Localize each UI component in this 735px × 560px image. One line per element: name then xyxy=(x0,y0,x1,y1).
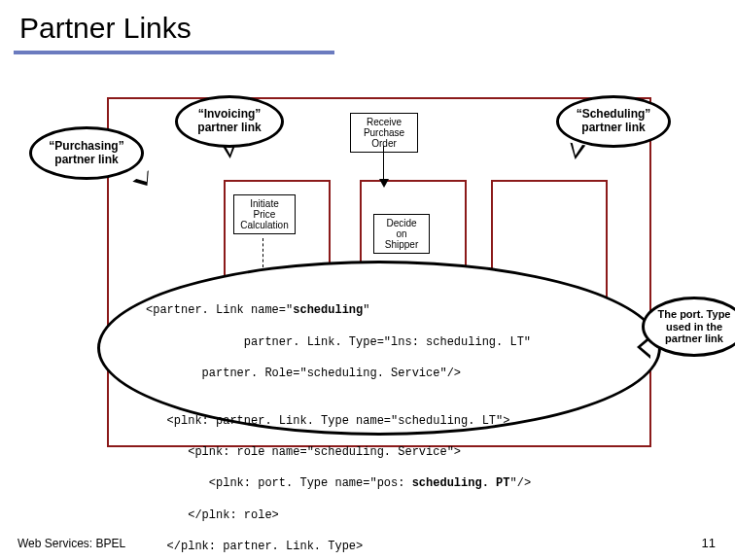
code-line: <plnk: partner. Link. Type name="schedul… xyxy=(146,413,632,429)
code-text-bold: scheduling. PT xyxy=(412,476,510,490)
callout-invoicing: “Invoicing” partner link xyxy=(175,95,284,148)
title-underline xyxy=(14,51,334,54)
footer-left: Web Services: BPEL xyxy=(18,537,125,550)
slide-number: 11 xyxy=(702,536,716,550)
activity-initiate-price-calculation: InitiatePriceCalculation xyxy=(233,194,296,234)
callout-scheduling: “Scheduling” partner link xyxy=(556,95,671,148)
code-snippet: <partner. Link name="scheduling" partner… xyxy=(146,287,632,560)
page-title: Partner Links xyxy=(0,0,735,51)
callout-text: “Purchasing” xyxy=(49,140,123,154)
callout-text: partner link xyxy=(54,154,118,167)
callout-text: partner link xyxy=(197,122,261,135)
code-text: "/> xyxy=(509,476,531,490)
code-line: <plnk: role name="scheduling. Service"> xyxy=(146,444,632,460)
callout-text: used in the xyxy=(666,321,722,333)
code-text: " xyxy=(363,303,369,317)
flow-arrow-shaft xyxy=(383,146,384,181)
activity-decide-on-shipper: DecideonShipper xyxy=(373,214,430,254)
callout-text: partner link xyxy=(581,122,645,135)
code-line: <plnk: port. Type name="pos: scheduling.… xyxy=(146,475,632,491)
code-text: <partner. Link name=" xyxy=(146,303,293,317)
callout-text: partner link xyxy=(665,332,723,345)
code-line: </plnk: role> xyxy=(146,508,632,523)
flow-arrow-head xyxy=(379,179,389,188)
callout-purchasing: “Purchasing” partner link xyxy=(29,126,144,180)
code-text-bold: scheduling xyxy=(293,303,363,317)
code-line: <partner. Link name="scheduling" xyxy=(146,302,632,318)
code-text: <plnk: port. Type name="pos: xyxy=(146,476,412,490)
callout-text: “Invoicing” xyxy=(198,108,262,122)
callout-text: “Scheduling” xyxy=(577,108,651,122)
diagram-area: ReceivePurchaseOrder InitiatePriceCalcul… xyxy=(107,88,651,457)
flow-dashed-line xyxy=(262,238,263,267)
activity-receive-purchase-order: ReceivePurchaseOrder xyxy=(350,113,418,153)
code-line: partner. Role="scheduling. Service"/> xyxy=(146,366,632,381)
callout-text: The port. Type xyxy=(658,308,731,321)
code-line: partner. Link. Type="lns: scheduling. LT… xyxy=(146,334,632,350)
code-line: </plnk: partner. Link. Type> xyxy=(146,539,632,554)
